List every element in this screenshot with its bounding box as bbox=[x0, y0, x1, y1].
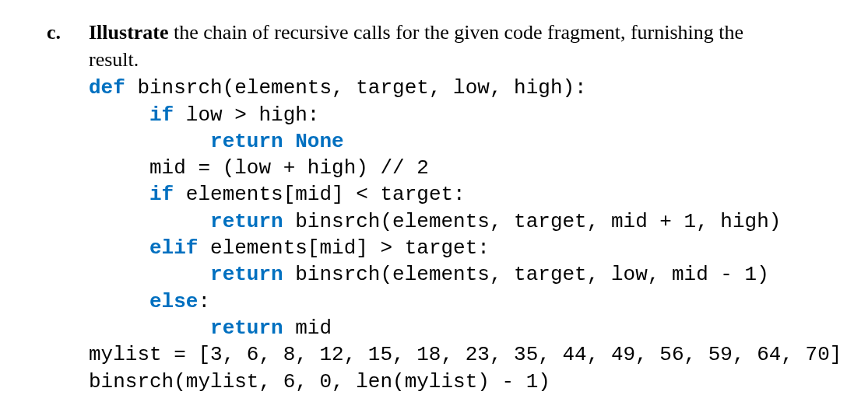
code-l12: binsrch(mylist, 6, 0, len(mylist) - 1) bbox=[89, 370, 550, 393]
kw-def: def bbox=[89, 76, 125, 100]
code-l4: mid = (low + high) // 2 bbox=[149, 156, 429, 180]
question-content: Illustrate the chain of recursive calls … bbox=[89, 19, 845, 395]
code-l5-rest: elements[mid] < target: bbox=[174, 183, 465, 206]
code-l1-rest: binsrch(elements, target, low, high): bbox=[125, 76, 587, 100]
code-l9-rest: : bbox=[198, 290, 210, 313]
code-l8-rest: binsrch(elements, target, low, mid - 1) bbox=[283, 263, 769, 286]
kw-return-2: return bbox=[210, 263, 283, 286]
kw-return-none: return None bbox=[210, 130, 344, 153]
kw-return-3: return bbox=[210, 316, 283, 340]
code-l7-rest: elements[mid] > target: bbox=[198, 236, 489, 260]
kw-elif: elif bbox=[149, 236, 198, 260]
code-l10-rest: mid bbox=[283, 316, 332, 340]
question-marker: c. bbox=[47, 19, 70, 46]
kw-return-1: return bbox=[210, 210, 283, 233]
code-l2-rest: low > high: bbox=[174, 103, 319, 127]
code-l6-rest: binsrch(elements, target, mid + 1, high) bbox=[283, 210, 782, 233]
prompt-rest-1: the chain of recursive calls for the giv… bbox=[169, 21, 744, 44]
kw-else: else bbox=[149, 290, 198, 313]
kw-if-2: if bbox=[149, 183, 174, 206]
code-block: def binsrch(elements, target, low, high)… bbox=[89, 75, 845, 395]
prompt-line-1: Illustrate the chain of recursive calls … bbox=[89, 19, 845, 46]
code-l11: mylist = [3, 6, 8, 12, 15, 18, 23, 35, 4… bbox=[89, 343, 842, 366]
kw-if-1: if bbox=[149, 103, 174, 127]
prompt-bold: Illustrate bbox=[89, 21, 169, 44]
question-block: c. Illustrate the chain of recursive cal… bbox=[47, 19, 845, 395]
prompt-line-2: result. bbox=[89, 46, 845, 73]
